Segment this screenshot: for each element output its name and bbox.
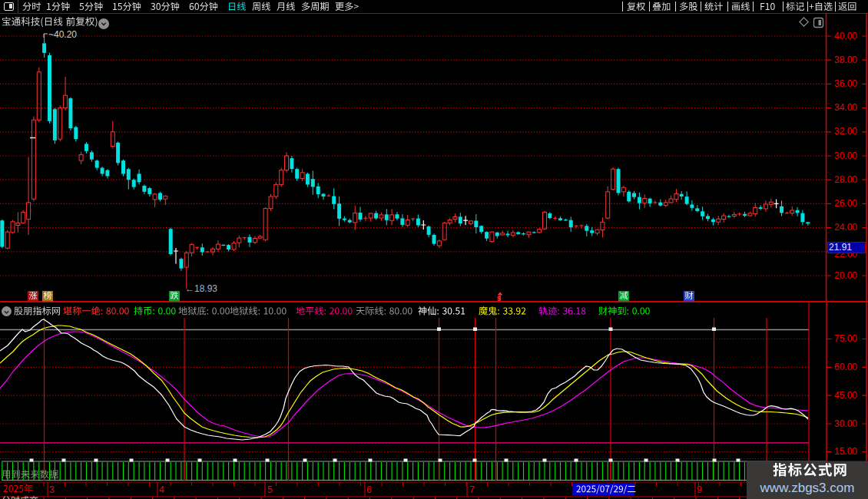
- svg-text:$: $: [497, 295, 501, 302]
